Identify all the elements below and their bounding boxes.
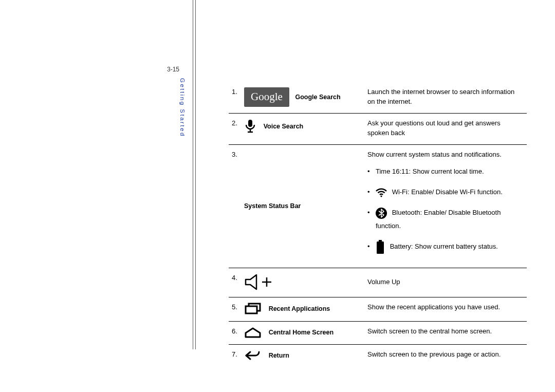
status-sublist: Time 16:11: Show current local time. Wi-… — [367, 165, 524, 254]
item-number: 1. — [229, 82, 241, 114]
double-rule — [193, 0, 196, 349]
bullet-time: Time 16:11: Show current local time. — [367, 165, 524, 178]
row-volume-up: 4. Volume Up — [229, 268, 527, 297]
item-label: Return — [269, 352, 289, 359]
row-recent-apps: 5. Recent Applications Show the recent a… — [229, 297, 527, 321]
item-label: Central Home Screen — [269, 329, 334, 336]
bullet-wifi: Wi-Fi: Enable/ Disable Wi-Fi function. — [392, 188, 503, 196]
microphone-icon — [244, 119, 256, 134]
bluetooth-icon — [376, 208, 387, 219]
item-desc: Show current system status and notificat… — [367, 150, 524, 160]
bullet-bluetooth: Bluetooth: Enable/ Disable Bluetooth fun… — [376, 209, 501, 230]
item-label: Recent Applications — [269, 305, 330, 312]
item-number: 7. — [229, 344, 241, 367]
feature-table: 1. Google Google Search Launch the inter… — [229, 82, 527, 367]
item-number: 3. — [229, 145, 241, 268]
row-system-status-bar: 3. System Status Bar Show current system… — [229, 145, 527, 268]
item-desc: Switch screen to the previous page or ac… — [364, 344, 527, 367]
svg-rect-5 — [379, 240, 382, 241]
item-label: Voice Search — [264, 123, 304, 130]
item-desc: Launch the internet browser to search in… — [364, 82, 527, 114]
item-number: 6. — [229, 321, 241, 344]
item-number: 4. — [229, 268, 241, 297]
svg-rect-10 — [246, 306, 257, 313]
page-number: 3-15 — [167, 66, 179, 73]
wifi-icon — [376, 188, 387, 197]
item-desc: Volume Up — [364, 268, 527, 297]
item-label: Google Search — [295, 94, 340, 101]
item-desc: Ask your questions out loud and get answ… — [364, 114, 527, 145]
svg-rect-0 — [248, 120, 252, 127]
row-voice-search: 2. Voice Search Ask your questions out l… — [229, 114, 527, 145]
battery-icon — [376, 240, 385, 254]
row-home-screen: 6. Central Home Screen Switch screen to … — [229, 321, 527, 344]
item-number: 2. — [229, 114, 241, 145]
svg-rect-6 — [377, 241, 384, 254]
row-google-search: 1. Google Google Search Launch the inter… — [229, 82, 527, 114]
bullet-battery: Battery: Show current battery status. — [390, 242, 498, 250]
row-return: 7. Return Switch screen to the previous … — [229, 344, 527, 367]
item-desc: Switch screen to the central home screen… — [364, 321, 527, 344]
google-logo-icon: Google — [244, 87, 289, 107]
section-title-vertical: Getting Started — [179, 78, 186, 137]
item-label: System Status Bar — [244, 202, 301, 210]
volume-up-icon — [244, 273, 274, 291]
return-icon — [244, 350, 262, 361]
recent-apps-icon — [244, 303, 262, 315]
home-icon — [244, 327, 262, 338]
svg-point-3 — [380, 195, 382, 197]
item-number: 5. — [229, 297, 241, 321]
item-desc: Show the recent applications you have us… — [364, 297, 527, 321]
